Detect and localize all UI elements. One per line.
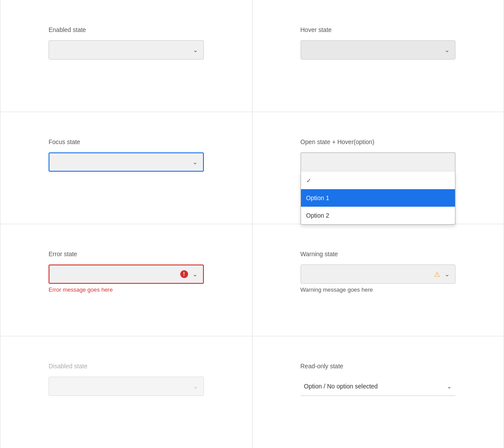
error-state-cell: Error state ! ⌄ Error message goes here [0,224,252,336]
focus-select-wrapper: ⌄ [49,152,204,172]
error-message: Error message goes here [49,286,204,293]
disabled-state-cell: Disabled state ⌄ [0,336,252,448]
chevron-down-icon: ⌄ [444,46,450,53]
error-state-label: Error state [49,250,204,258]
readonly-select-value: Option / No option selected [304,383,378,390]
open-select-wrapper: ✓ Option 1 Option 2 [301,152,456,172]
warning-state-label: Warning state [301,250,456,258]
warning-icons: ⚠ ⌄ [434,270,450,279]
dropdown-item-1[interactable]: Option 1 [301,189,455,207]
error-select-wrapper: ! ⌄ Error message goes here [49,265,204,293]
open-select-input[interactable] [301,152,456,172]
disabled-select-wrapper: ⌄ [49,377,204,396]
dropdown-item-2[interactable]: Option 2 [301,207,455,224]
readonly-state-label: Read-only state [301,363,456,370]
disabled-select: ⌄ [49,377,204,396]
enabled-select[interactable]: ⌄ [49,40,204,60]
error-icon: ! [180,270,188,278]
warning-state-cell: Warning state ⚠ ⌄ Warning message goes h… [252,224,504,336]
readonly-select-wrapper: Option / No option selected ⌄ [301,377,456,396]
hover-state-label: Hover state [301,26,456,33]
chevron-down-icon: ⌄ [193,383,198,390]
open-state-label: Open state + Hover(option) [301,138,456,145]
readonly-select: Option / No option selected ⌄ [301,377,456,396]
enabled-state-cell: Enabled state ⌄ [0,0,252,112]
main-grid: Enabled state ⌄ Hover state ⌄ Focus stat… [0,0,504,448]
warning-icon: ⚠ [434,270,440,279]
chevron-down-icon: ⌄ [447,383,452,390]
dropdown-item-empty[interactable]: ✓ [301,172,455,189]
error-icons: ! ⌄ [180,270,198,278]
focus-select[interactable]: ⌄ [49,152,204,172]
chevron-down-icon: ⌄ [444,271,450,278]
dropdown-list: ✓ Option 1 Option 2 [301,172,456,225]
disabled-state-label: Disabled state [49,363,204,370]
chevron-down-icon: ⌄ [193,46,198,53]
warning-message: Warning message goes here [301,286,456,293]
warning-select[interactable]: ⚠ ⌄ [301,265,456,284]
checkmark-icon: ✓ [306,177,312,184]
open-state-cell: Open state + Hover(option) ✓ Option 1 Op… [252,112,504,224]
hover-state-cell: Hover state ⌄ [252,0,504,112]
warning-select-wrapper: ⚠ ⌄ Warning message goes here [301,265,456,293]
focus-state-cell: Focus state ⌄ [0,112,252,224]
hover-select[interactable]: ⌄ [301,40,456,60]
enabled-state-label: Enabled state [49,26,204,33]
error-select[interactable]: ! ⌄ [49,265,204,284]
focus-state-label: Focus state [49,138,204,145]
chevron-down-icon: ⌄ [192,159,198,166]
enabled-select-wrapper: ⌄ [49,40,204,60]
readonly-state-cell: Read-only state Option / No option selec… [252,336,504,448]
chevron-down-icon: ⌄ [192,271,198,278]
hover-select-wrapper: ⌄ [301,40,456,60]
